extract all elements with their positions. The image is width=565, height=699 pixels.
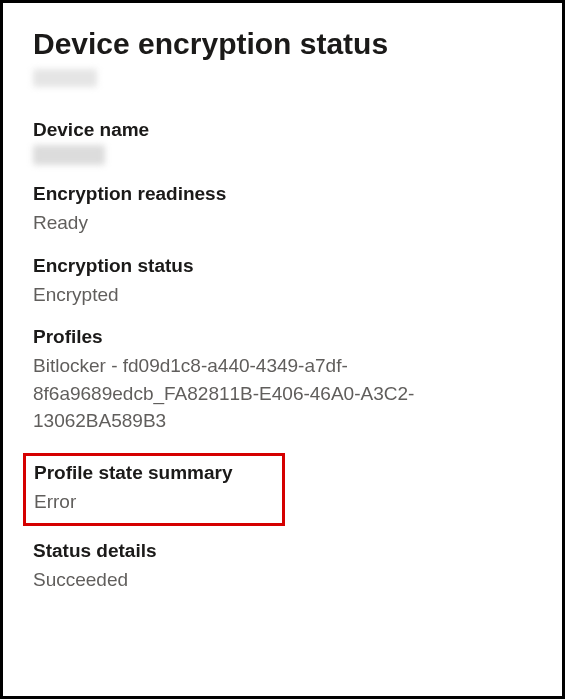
field-status-details: Status details Succeeded: [33, 540, 532, 594]
device-name-value-redacted: [33, 145, 105, 165]
status-details-value: Succeeded: [33, 566, 532, 594]
status-details-label: Status details: [33, 540, 532, 562]
subtitle-redacted: [33, 69, 97, 87]
encryption-status-label: Encryption status: [33, 255, 532, 277]
field-profiles: Profiles Bitlocker - fd09d1c8-a440-4349-…: [33, 326, 532, 435]
profiles-value: Bitlocker - fd09d1c8-a440-4349-a7df-8f6a…: [33, 352, 532, 435]
encryption-readiness-label: Encryption readiness: [33, 183, 532, 205]
field-encryption-readiness: Encryption readiness Ready: [33, 183, 532, 237]
profile-state-summary-label: Profile state summary: [34, 462, 274, 484]
encryption-readiness-value: Ready: [33, 209, 532, 237]
field-encryption-status: Encryption status Encrypted: [33, 255, 532, 309]
profile-state-summary-value: Error: [34, 488, 274, 516]
page-title: Device encryption status: [33, 27, 532, 61]
profiles-label: Profiles: [33, 326, 532, 348]
field-device-name: Device name: [33, 119, 532, 165]
device-name-label: Device name: [33, 119, 532, 141]
field-profile-state-summary: Profile state summary Error: [34, 462, 274, 516]
encryption-status-value: Encrypted: [33, 281, 532, 309]
highlight-profile-state-summary: Profile state summary Error: [23, 453, 285, 527]
